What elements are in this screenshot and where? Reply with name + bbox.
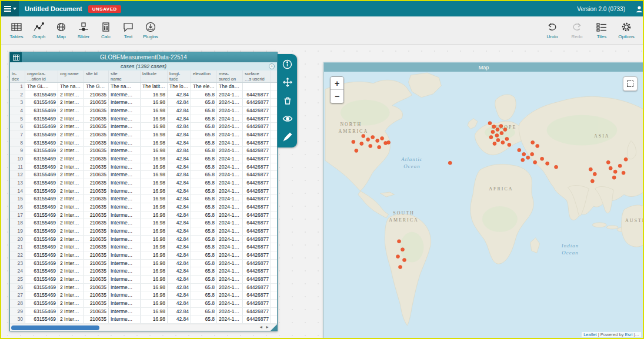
table-cell[interactable]: 65.8	[191, 236, 217, 243]
table-row[interactable]: 21631554692 Inter…210635Interme…16.9842.…	[10, 243, 277, 251]
table-cell[interactable]: 16.98	[141, 187, 168, 195]
map-data-point[interactable]	[401, 248, 405, 251]
table-cell[interactable]: 64426877	[243, 308, 271, 315]
column-header[interactable]: latitude	[141, 71, 168, 82]
table-cell[interactable]: 210635	[84, 115, 109, 123]
table-cell[interactable]: 65.8	[191, 131, 217, 139]
map-data-point[interactable]	[491, 130, 495, 134]
table-cell[interactable]: 65.8	[191, 267, 217, 275]
index-cell[interactable]: 3	[10, 99, 25, 106]
table-cell[interactable]: 64426877	[243, 300, 271, 307]
map-button[interactable]: Map	[51, 18, 72, 43]
index-cell[interactable]: 2	[10, 91, 25, 99]
map-component[interactable]: Map	[323, 62, 644, 339]
calc-button[interactable]: Calc	[95, 18, 116, 43]
table-row[interactable]: 11631554692 Inter…210635Interme…16.9842.…	[10, 163, 277, 172]
index-cell[interactable]: 27	[10, 291, 25, 299]
table-cell[interactable]: 42.84	[168, 291, 191, 299]
table-cell[interactable]: 64426877	[243, 276, 271, 283]
resize-grip[interactable]	[271, 324, 277, 331]
brush-icon[interactable]	[281, 130, 295, 144]
map-data-point[interactable]	[606, 160, 610, 164]
table-cell[interactable]: 2 Inter…	[58, 171, 84, 179]
index-cell[interactable]: 26	[10, 284, 25, 291]
table-cell[interactable]: 63155469	[25, 131, 58, 139]
table-cell[interactable]: 2 Inter…	[58, 123, 84, 130]
index-cell[interactable]: 18	[10, 219, 25, 227]
table-cell[interactable]: 2 Inter…	[58, 315, 84, 323]
table-cell[interactable]: 16.98	[141, 308, 168, 315]
table-cell[interactable]: 16.98	[141, 195, 168, 203]
table-row[interactable]: 5631554692 Inter…210635Interme…16.9842.8…	[10, 115, 277, 123]
table-row[interactable]: 18631554692 Inter…210635Interme…16.9842.…	[10, 219, 277, 227]
map-data-point[interactable]	[369, 144, 372, 147]
table-cell[interactable]: 2 Inter…	[58, 284, 84, 291]
table-row[interactable]: 15631554692 Inter…210635Interme…16.9842.…	[10, 195, 277, 203]
table-cell[interactable]: 2 Inter…	[58, 219, 84, 227]
map-data-point[interactable]	[613, 170, 617, 173]
table-cell[interactable]: 2 Inter…	[58, 227, 84, 235]
index-cell[interactable]: 23	[10, 260, 25, 267]
table-cell[interactable]: 64426877	[243, 115, 271, 123]
table-cell[interactable]: 2024-12…	[217, 179, 243, 187]
table-cell[interactable]: 42.84	[168, 308, 191, 315]
table-cell[interactable]: 210635	[84, 291, 109, 299]
column-header[interactable]: organiza-…ation id	[25, 71, 58, 82]
table-cell[interactable]: 42.84	[168, 147, 191, 155]
table-cell[interactable]: 64426877	[243, 131, 271, 139]
table-cell[interactable]: 2024-12…	[217, 300, 243, 307]
graph-button[interactable]: Graph	[28, 18, 49, 43]
table-cell[interactable]: 64426877	[243, 267, 271, 275]
table-cell[interactable]: 65.8	[191, 219, 217, 227]
table-cell[interactable]: 16.98	[141, 260, 168, 267]
map-data-point[interactable]	[536, 144, 539, 147]
table-cell[interactable]: 63155469	[25, 147, 58, 155]
table-cell[interactable]: 2 Inter…	[58, 300, 84, 307]
map-data-point[interactable]	[505, 137, 509, 141]
index-cell[interactable]: 22	[10, 251, 25, 259]
table-cell[interactable]: 16.98	[141, 139, 168, 147]
map-data-point[interactable]	[489, 136, 493, 139]
table-cell[interactable]: Interme…	[109, 99, 141, 106]
table-cell[interactable]: 65.8	[191, 99, 217, 106]
table-cell[interactable]: Interme…	[109, 227, 141, 235]
table-cell[interactable]: 63155469	[25, 308, 58, 315]
table-cell[interactable]: 2 Inter…	[58, 163, 84, 171]
table-cell[interactable]: Interme…	[109, 203, 141, 211]
table-cell[interactable]: Interme…	[109, 179, 141, 187]
map-data-point[interactable]	[360, 142, 363, 145]
table-cell[interactable]: 42.84	[168, 203, 191, 211]
table-cell[interactable]: 42.84	[168, 236, 191, 243]
table-cell[interactable]: The na…	[109, 83, 141, 90]
table-cell[interactable]: 210635	[84, 284, 109, 291]
table-cell[interactable]: 65.8	[191, 227, 217, 235]
marquee-select-button[interactable]	[623, 76, 638, 91]
table-row[interactable]: 22631554692 Inter…210635Interme…16.9842.…	[10, 251, 277, 260]
table-row[interactable]: 19631554692 Inter…210635Interme…16.9842.…	[10, 227, 277, 236]
tables-button[interactable]: Tables	[6, 18, 27, 43]
map-data-point[interactable]	[546, 162, 549, 165]
table-cell[interactable]: 64426877	[243, 171, 271, 179]
index-cell[interactable]: 14	[10, 187, 25, 195]
table-cell[interactable]: 63155469	[25, 123, 58, 130]
map-data-point[interactable]	[531, 140, 535, 144]
map-data-point[interactable]	[403, 259, 406, 262]
table-cell[interactable]: 42.84	[168, 276, 191, 283]
table-cell[interactable]: 42.84	[168, 315, 191, 323]
table-cell[interactable]: The lon…	[168, 83, 191, 90]
table-cell[interactable]: 65.8	[191, 300, 217, 307]
table-cell[interactable]: 210635	[84, 219, 109, 227]
table-cell[interactable]: 16.98	[141, 163, 168, 171]
map-data-point[interactable]	[378, 145, 381, 149]
add-attribute-button[interactable]: +	[269, 63, 275, 69]
table-cell[interactable]: 2 Inter…	[58, 99, 84, 106]
table-cell[interactable]: 210635	[84, 91, 109, 99]
table-cell[interactable]: 2024-12…	[217, 115, 243, 123]
table-cell[interactable]: 2024-12…	[217, 107, 243, 115]
table-cell[interactable]: 65.8	[191, 163, 217, 171]
case-table-component[interactable]: GLOBEMeasurementData-22514 cases (1392 c…	[9, 52, 278, 331]
table-cell[interactable]: 2024-12…	[217, 187, 243, 195]
table-cell[interactable]: 16.98	[141, 171, 168, 179]
map-data-point[interactable]	[493, 142, 496, 145]
table-cell[interactable]: 64426877	[243, 155, 271, 163]
